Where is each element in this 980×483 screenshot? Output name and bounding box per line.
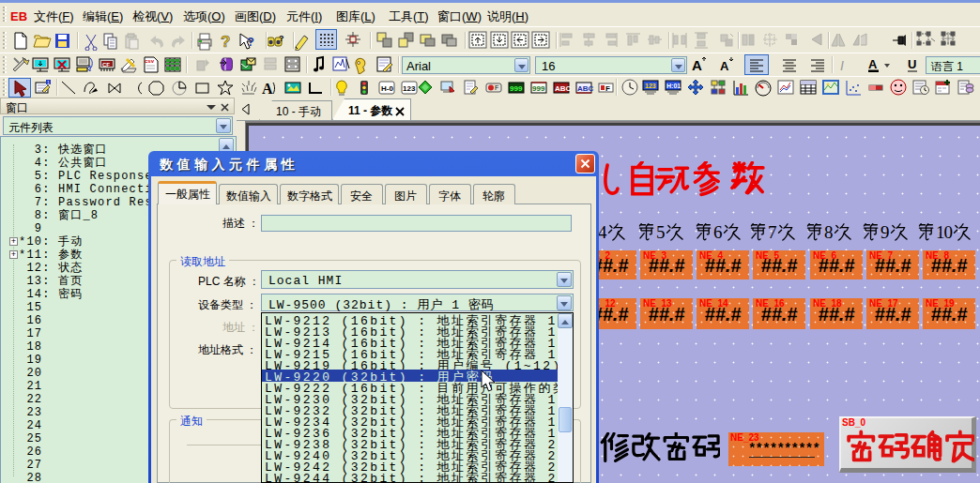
svg-text:H:01: H:01 <box>666 83 681 89</box>
svg-text:ABC: ABC <box>577 84 594 93</box>
svg-text:A: A <box>720 59 729 73</box>
svg-text:I: I <box>840 58 844 73</box>
svg-text:123: 123 <box>645 83 656 89</box>
svg-text:1: 1 <box>47 80 50 85</box>
svg-text:?: ? <box>279 34 284 43</box>
svg-text:A: A <box>692 57 702 73</box>
svg-text:U: U <box>908 57 916 71</box>
svg-text:999: 999 <box>510 84 523 93</box>
svg-text:A: A <box>868 57 878 71</box>
svg-text:CF: CF <box>102 62 110 68</box>
svg-text:A: A <box>262 81 273 97</box>
svg-text:ABC: ABC <box>555 84 572 93</box>
svg-text:F: F <box>495 84 498 91</box>
svg-text:csv: csv <box>145 58 155 64</box>
svg-text:123: 123 <box>403 84 416 93</box>
svg-text:?: ? <box>221 33 230 51</box>
svg-text:999: 999 <box>532 84 545 93</box>
svg-text:?: ? <box>247 35 254 49</box>
svg-text:F: F <box>605 84 610 93</box>
svg-text:H-0: H-0 <box>381 84 393 93</box>
